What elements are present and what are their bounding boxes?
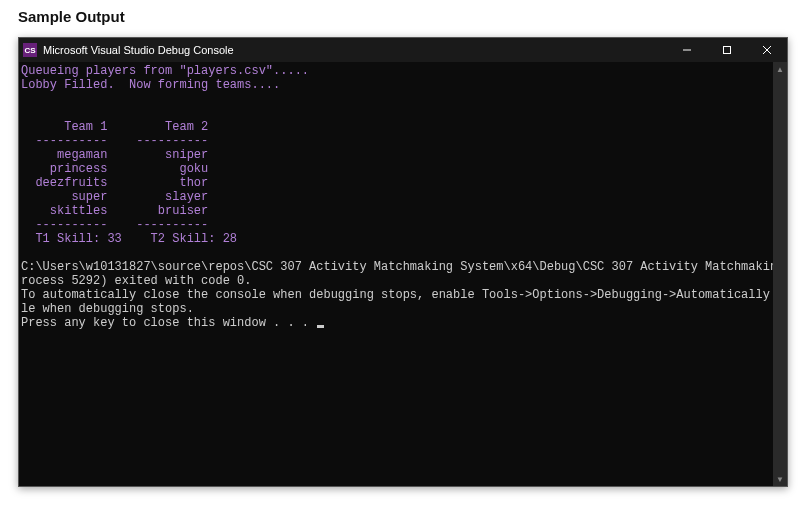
program-line: megaman sniper bbox=[21, 148, 208, 162]
program-line: Lobby Filled. Now forming teams.... bbox=[21, 78, 280, 92]
program-line: T1 Skill: 33 T2 Skill: 28 bbox=[21, 232, 237, 246]
close-icon bbox=[762, 45, 772, 55]
system-line: rocess 5292) exited with code 0. bbox=[21, 274, 251, 288]
window-title: Microsoft Visual Studio Debug Console bbox=[43, 44, 234, 56]
titlebar[interactable]: CS Microsoft Visual Studio Debug Console bbox=[19, 38, 787, 62]
vs-icon: CS bbox=[23, 43, 37, 57]
text-cursor bbox=[317, 325, 324, 328]
scroll-up-icon[interactable]: ▲ bbox=[773, 62, 787, 76]
console-output[interactable]: Queueing players from "players.csv".....… bbox=[19, 62, 773, 486]
program-line: ---------- ---------- bbox=[21, 134, 208, 148]
program-line: Team 1 Team 2 bbox=[21, 120, 208, 134]
program-line: super slayer bbox=[21, 190, 208, 204]
system-line: To automatically close the console when … bbox=[21, 288, 773, 302]
close-button[interactable] bbox=[747, 38, 787, 62]
program-line: deezfruits thor bbox=[21, 176, 208, 190]
minimize-icon bbox=[682, 45, 692, 55]
page-heading: Sample Output bbox=[18, 8, 790, 25]
system-line: le when debugging stops. bbox=[21, 302, 194, 316]
console-window: CS Microsoft Visual Studio Debug Console… bbox=[18, 37, 788, 487]
scroll-down-icon[interactable]: ▼ bbox=[773, 472, 787, 486]
scrollbar-vertical[interactable]: ▲ ▼ bbox=[773, 62, 787, 486]
maximize-button[interactable] bbox=[707, 38, 747, 62]
program-line: skittles bruiser bbox=[21, 204, 208, 218]
console-body: Queueing players from "players.csv".....… bbox=[19, 62, 787, 486]
program-line: ---------- ---------- bbox=[21, 218, 208, 232]
system-line: Press any key to close this window . . . bbox=[21, 316, 316, 330]
program-line: Queueing players from "players.csv"..... bbox=[21, 64, 309, 78]
svg-rect-1 bbox=[724, 47, 731, 54]
maximize-icon bbox=[722, 45, 732, 55]
minimize-button[interactable] bbox=[667, 38, 707, 62]
program-line: princess goku bbox=[21, 162, 208, 176]
system-line: C:\Users\w10131827\source\repos\CSC 307 … bbox=[21, 260, 773, 274]
